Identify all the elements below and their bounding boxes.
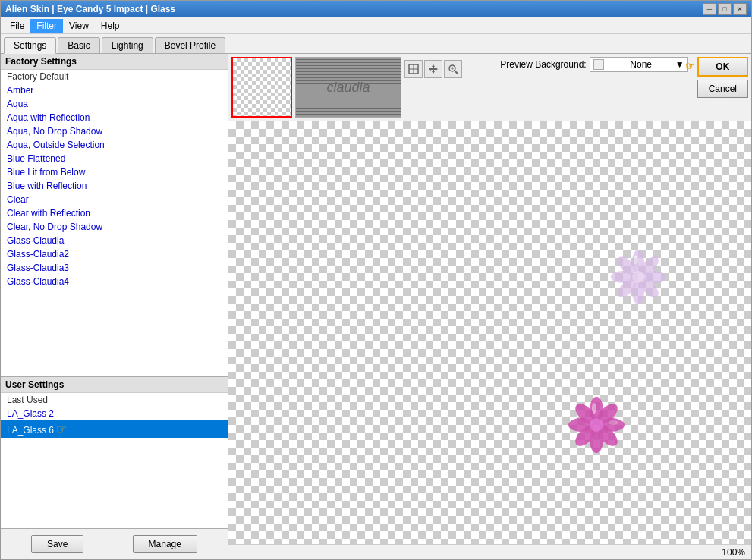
main-window: Alien Skin | Eye Candy 5 Impact | Glass … <box>0 0 752 560</box>
left-panel: Factory Settings Factory Default Amber A… <box>1 54 228 559</box>
factory-presets-section: Factory Settings Factory Default Amber A… <box>1 54 228 377</box>
dropdown-arrow-icon: ▼ <box>675 59 684 70</box>
tab-lighting[interactable]: Lighting <box>102 37 153 53</box>
user-settings-list[interactable]: Last Used LA_Glass 2 LA_Glass 6 ☞ <box>1 393 228 528</box>
bottom-buttons: Save Manage <box>1 529 228 559</box>
ok-label: OK <box>716 61 729 72</box>
menu-file[interactable]: File <box>4 19 30 33</box>
list-item[interactable]: Blue Lit from Below <box>1 165 228 179</box>
window-title: Alien Skin | Eye Candy 5 Impact | Glass <box>5 4 175 14</box>
thumbnail2-inner: claudia <box>296 58 401 117</box>
minimize-button[interactable]: ─ <box>703 3 716 15</box>
toolbar-icons <box>404 57 462 78</box>
svg-point-15 <box>632 271 644 283</box>
list-item[interactable]: Amber <box>1 83 228 97</box>
tabs-bar: Settings Basic Lighting Bevel Profile <box>1 34 751 54</box>
title-controls: ─ □ ✕ <box>703 3 747 15</box>
svg-point-25 <box>590 418 603 432</box>
thumbnail-preview-1 <box>231 57 292 118</box>
list-item-selected[interactable]: LA_Glass 6 ☞ <box>1 420 228 438</box>
menu-bar: File Filter View Help <box>1 17 751 34</box>
title-bar: Alien Skin | Eye Candy 5 Impact | Glass … <box>1 1 751 17</box>
user-settings-section: User Settings Last Used LA_Glass 2 LA_Gl… <box>1 377 228 529</box>
right-panel: claudia <box>228 54 751 559</box>
content-area: Factory Settings Factory Default Amber A… <box>1 54 751 559</box>
ok-cancel-area: ☞ OK Cancel <box>697 57 748 98</box>
list-item[interactable]: Last Used <box>1 393 228 407</box>
list-item[interactable]: Aqua, Outside Selection <box>1 138 228 152</box>
flower-1 <box>608 247 669 307</box>
menu-help[interactable]: Help <box>95 19 126 33</box>
ok-arrow-icon: ☞ <box>685 60 695 72</box>
svg-point-27 <box>608 420 618 425</box>
thumbnail2-label: claudia <box>326 80 370 96</box>
list-item[interactable]: Blue Flattened <box>1 152 228 165</box>
list-item[interactable]: Clear, No Drop Shadow <box>1 220 228 234</box>
preview-area <box>228 121 751 544</box>
list-item[interactable]: Clear <box>1 193 228 206</box>
list-item[interactable]: Blue with Reflection <box>1 179 228 193</box>
list-item[interactable]: Glass-Claudia3 <box>1 261 228 275</box>
tab-bevel-profile[interactable]: Bevel Profile <box>155 37 225 53</box>
list-item[interactable]: Glass-Claudia <box>1 234 228 247</box>
user-settings-header: User Settings <box>1 377 228 393</box>
close-button[interactable]: ✕ <box>733 3 747 15</box>
list-item[interactable]: LA_Glass 2 <box>1 407 228 420</box>
preview-bg-value: None <box>630 59 652 70</box>
title-bar-left: Alien Skin | Eye Candy 5 Impact | Glass <box>5 4 175 14</box>
list-item[interactable]: Aqua <box>1 97 228 111</box>
save-button[interactable]: Save <box>31 535 83 553</box>
right-top-bar: claudia <box>228 54 751 121</box>
preview-bg-dropdown[interactable]: None ▼ <box>590 57 688 72</box>
zoom-level: 100% <box>722 547 745 558</box>
zoom-fit-icon[interactable] <box>404 60 423 78</box>
pan-icon[interactable] <box>424 60 442 78</box>
factory-preset-list[interactable]: Factory Default Amber Aqua Aqua with Ref… <box>1 70 228 376</box>
checkerboard-bg <box>233 58 291 116</box>
menu-view[interactable]: View <box>63 19 95 33</box>
factory-settings-header: Factory Settings <box>1 54 228 70</box>
flower-2 <box>566 395 627 455</box>
svg-point-16 <box>634 256 638 265</box>
maximize-button[interactable]: □ <box>718 3 732 15</box>
selected-arrow-icon: ☞ <box>56 422 67 436</box>
menu-filter[interactable]: Filter <box>30 19 63 33</box>
zoom-icon[interactable] <box>444 60 462 78</box>
list-item[interactable]: Glass-Claudia2 <box>1 247 228 261</box>
list-item[interactable]: Factory Default <box>1 70 228 83</box>
cancel-button[interactable]: Cancel <box>697 80 748 98</box>
thumbnail-preview-2: claudia <box>295 57 401 118</box>
manage-button[interactable]: Manage <box>133 535 197 553</box>
preview-background-area: Preview Background: None ▼ <box>500 57 687 72</box>
preview-bg-label: Preview Background: <box>500 59 586 70</box>
tab-basic[interactable]: Basic <box>58 37 99 53</box>
preview-canvas[interactable] <box>228 121 751 544</box>
status-bar: 100% <box>228 544 751 559</box>
ok-button[interactable]: ☞ OK <box>697 57 748 77</box>
list-item[interactable]: Clear with Reflection <box>1 206 228 220</box>
preview-bg-swatch <box>593 59 604 70</box>
list-item[interactable]: Aqua with Reflection <box>1 111 228 124</box>
list-item[interactable]: Aqua, No Drop Shadow <box>1 124 228 138</box>
svg-point-26 <box>592 403 596 414</box>
list-item[interactable]: Glass-Claudia4 <box>1 275 228 288</box>
svg-line-4 <box>455 71 458 74</box>
tab-settings[interactable]: Settings <box>4 37 56 54</box>
